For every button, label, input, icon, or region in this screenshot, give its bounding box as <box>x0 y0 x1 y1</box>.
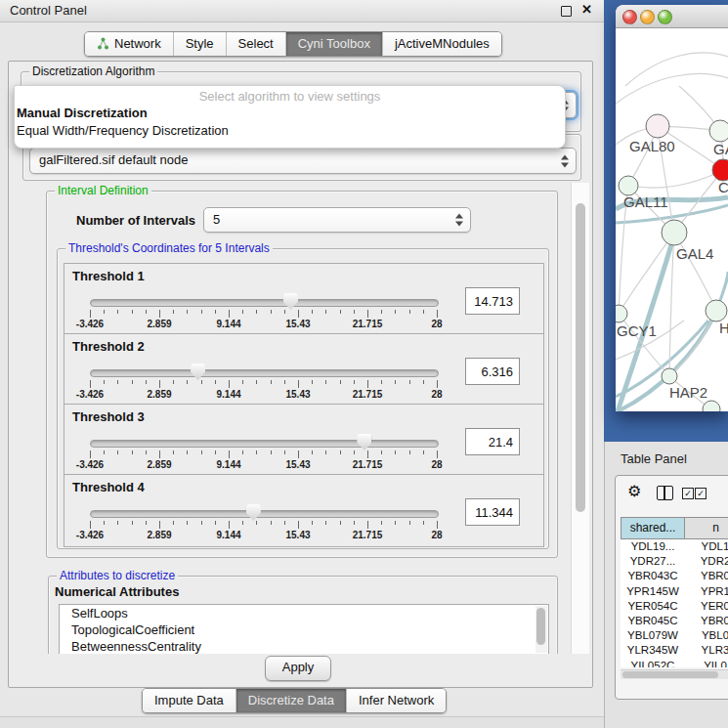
threshold-4-block: Threshold 4-3.4262.8599.14415.4321.71528… <box>64 474 544 547</box>
window-bottom-strip <box>0 716 604 728</box>
attributes-list[interactable]: SelfLoopsTopologicalCoefficientBetweenne… <box>59 604 549 654</box>
network-node[interactable] <box>709 120 728 142</box>
threshold-value-field[interactable]: 14.713 <box>465 287 520 315</box>
tab-discretize-data[interactable]: Discretize Data <box>236 689 346 712</box>
table-panel-body: ⚙ ✓ ✓ shared... n YDL19...YDL1YDR27...YD… <box>615 475 728 700</box>
num-intervals-value: 5 <box>213 212 220 227</box>
network-edge[interactable] <box>628 170 723 188</box>
attributes-list-scrollbar[interactable] <box>535 606 547 653</box>
tab-cyni-toolbox[interactable]: Cyni Toolbox <box>285 32 382 56</box>
network-node[interactable] <box>619 176 638 195</box>
network-node[interactable] <box>662 220 687 245</box>
close-icon[interactable]: ✕ <box>581 2 592 17</box>
tab-infer-network[interactable]: Infer Network <box>346 689 446 712</box>
table-row[interactable]: YBL079WYBL0 <box>621 628 728 643</box>
table-row[interactable]: YPR145WYPR1 <box>621 584 728 599</box>
zoom-traffic-light-icon[interactable] <box>658 10 672 24</box>
dropdown-option-manual-discretization[interactable]: Manual Discretization <box>17 106 148 120</box>
table-data-value: galFiltered.sif default node <box>39 152 188 167</box>
algorithm-group-legend: Discretization Algorithm <box>29 64 157 79</box>
attributes-legend: Attributes to discretize <box>57 569 178 583</box>
network-edge[interactable] <box>625 53 728 86</box>
checkbox-icon[interactable]: ✓ <box>695 488 707 499</box>
tick-label: 2.859 <box>147 319 171 329</box>
split-columns-icon[interactable] <box>657 486 673 500</box>
table-row[interactable]: YDR27...YDR2 <box>621 554 728 569</box>
tick-label: 15.43 <box>285 319 310 329</box>
tick-label: 9.144 <box>216 530 240 540</box>
tick-label: 9.144 <box>216 389 240 400</box>
tick-label: -3.426 <box>76 459 104 470</box>
table-row[interactable]: YBR045CYBR0 <box>621 614 728 628</box>
threshold-label: Threshold 2 <box>72 339 145 354</box>
table-rows: YDL19...YDL1YDR27...YDR2YBR043CYBR0YPR14… <box>621 539 728 667</box>
settings-scrollpane: Interval Definition Number of Intervals … <box>15 183 589 654</box>
network-node[interactable] <box>646 114 669 138</box>
table-row[interactable]: YBR043CYBR0 <box>621 569 728 583</box>
gear-icon[interactable]: ⚙ <box>627 483 641 500</box>
network-node[interactable] <box>706 300 727 321</box>
interval-definition-legend: Interval Definition <box>55 184 151 198</box>
threshold-1-block: Threshold 1-3.4262.8599.14415.4321.71528… <box>64 263 544 336</box>
checkbox-icon[interactable]: ✓ <box>682 488 694 499</box>
close-traffic-light-icon[interactable] <box>622 10 637 24</box>
num-intervals-label: Number of Intervals <box>76 213 195 228</box>
dropdown-prompt[interactable]: Select algorithm to view settings <box>15 89 565 104</box>
slider-thumb-icon[interactable] <box>283 293 298 310</box>
threshold-value-field[interactable]: 21.4 <box>465 428 520 455</box>
threshold-value-field[interactable]: 6.316 <box>465 358 520 385</box>
column-header-name[interactable]: n <box>684 517 728 539</box>
apply-button[interactable]: Apply <box>265 656 331 681</box>
control-panel-titlebar: Control Panel ✕ <box>0 0 604 22</box>
tick-label: 15.43 <box>285 389 310 400</box>
network-node-label: GAL80 <box>629 138 675 154</box>
table-horizontal-scrollbar[interactable] <box>621 669 728 679</box>
column-header-shared[interactable]: shared... <box>621 517 685 539</box>
tick-label: 15.43 <box>285 459 310 470</box>
network-node[interactable] <box>662 368 677 384</box>
slider-thumb-icon[interactable] <box>246 504 261 521</box>
slider-thumb-icon[interactable] <box>357 434 371 450</box>
dropdown-option-equal-width-frequency[interactable]: Equal Width/Frequency Discretization <box>17 123 229 138</box>
combo-stepper-icon[interactable] <box>561 154 570 167</box>
tick-label: 2.859 <box>147 530 171 540</box>
network-edge[interactable] <box>674 233 716 311</box>
tab-style[interactable]: Style <box>173 32 226 56</box>
network-node[interactable] <box>616 305 627 322</box>
num-intervals-combobox[interactable]: 5 <box>203 207 471 233</box>
tab-jactivemnodules[interactable]: jActiveMNodules <box>382 32 501 56</box>
table-panel-title: Table Panel <box>621 451 687 466</box>
threshold-value-field[interactable]: 11.344 <box>465 498 520 526</box>
slider-thumb-icon[interactable] <box>191 364 205 380</box>
attribute-item[interactable]: SelfLoops <box>60 605 548 621</box>
table-data-combobox[interactable]: galFiltered.sif default node <box>29 148 577 174</box>
network-edge[interactable] <box>616 74 728 104</box>
threshold-label: Threshold 4 <box>72 480 145 494</box>
attribute-item[interactable]: TopologicalCoefficient <box>60 621 548 638</box>
minimize-traffic-light-icon[interactable] <box>640 10 655 24</box>
tab-impute-data[interactable]: Impute Data <box>143 689 236 712</box>
tick-label: -3.426 <box>76 319 104 329</box>
network-node[interactable] <box>703 401 720 411</box>
table-row[interactable]: YDL19...YDL1 <box>621 539 728 554</box>
cyni-content-panel: Discretization Algorithm Table Data galF… <box>8 61 593 688</box>
tick-label: 28 <box>431 530 442 540</box>
combo-stepper-icon[interactable] <box>455 214 464 227</box>
network-edge[interactable] <box>619 233 674 314</box>
settings-vertical-scrollbar[interactable] <box>571 183 589 654</box>
tick-label: 21.715 <box>353 319 383 329</box>
tick-label: -3.426 <box>76 530 104 540</box>
tab-select[interactable]: Select <box>226 32 285 56</box>
network-node[interactable] <box>712 159 728 181</box>
tick-label: 28 <box>431 459 442 470</box>
network-canvas[interactable]: GAL80GACGAL11GAL4GCY1HHAP2 <box>616 27 728 411</box>
network-node-label: GAL4 <box>676 245 713 262</box>
tab-network[interactable]: Network <box>85 32 173 56</box>
float-window-icon[interactable] <box>561 6 572 17</box>
tick-label: 21.715 <box>353 530 383 540</box>
table-row[interactable]: YLR345WYLR3 <box>621 643 728 658</box>
attribute-item[interactable]: BetweennessCentrality <box>60 638 548 654</box>
table-row[interactable]: YER054CYER0 <box>621 599 728 614</box>
threshold-2-block: Threshold 2-3.4262.8599.14415.4321.71528… <box>64 333 544 407</box>
table-row[interactable]: YIL052CYIL0 <box>621 659 728 668</box>
